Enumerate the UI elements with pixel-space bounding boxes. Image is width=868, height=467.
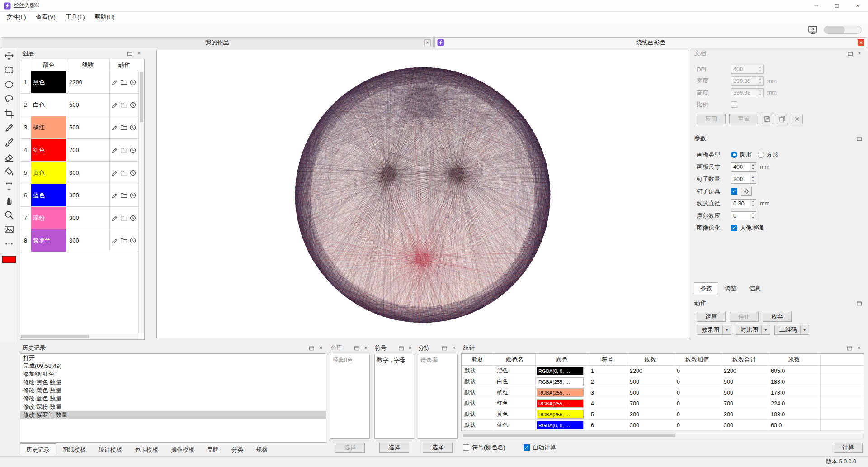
layer-row[interactable]: 5黄色300 [20,162,138,184]
bottom-tab-品牌[interactable]: 品牌 [201,443,225,456]
more-tool-icon[interactable] [4,239,14,249]
history-entry[interactable]: 修改 深粉 数量 [20,403,326,411]
dropdown-效果图[interactable]: 效果图▼ [697,325,731,335]
menu-item-1[interactable]: 查看(V) [31,12,61,23]
stats-row[interactable]: 默认黑色RGBA(0, 0, …1220002200605.0 [462,366,864,376]
close-panel-icon[interactable]: × [856,50,863,57]
spin-input[interactable]: 200▲▼ [731,175,756,184]
stats-row[interactable]: 默认黄色RGBA(255, …53000300108.0 [462,409,864,420]
bottom-tab-统计模板[interactable]: 统计模板 [92,443,128,456]
fill-tool-icon[interactable] [4,167,14,176]
stats-row[interactable]: 默认橘红RGBA(255, …35000500178.0 [462,387,864,398]
clock-icon[interactable] [129,214,137,222]
string-art-canvas[interactable] [292,64,554,326]
stats-row[interactable]: 默认红色RGBA(255, …47000700224.0 [462,398,864,409]
layer-color-cell[interactable]: 黄色 [31,162,66,184]
folder-icon[interactable] [120,169,127,176]
stats-row[interactable]: 默认白色RGBA(255, …25000500183.0 [462,376,864,387]
radio-square[interactable] [758,152,764,158]
close-panel-icon[interactable]: × [363,345,369,352]
spin-down-icon[interactable]: ▼ [750,216,756,220]
image-tool-icon[interactable] [4,224,14,234]
layer-row[interactable]: 2白色500 [20,94,138,116]
folder-icon[interactable] [120,147,127,154]
select-ellipse-tool-icon[interactable] [4,80,14,90]
clock-icon[interactable] [129,101,137,109]
layer-row[interactable]: 3橘红500 [20,116,138,139]
close-panel-icon[interactable]: × [317,345,324,352]
layer-line-count[interactable]: 300 [66,207,110,229]
edit-icon[interactable] [111,101,118,109]
float-panel-icon[interactable] [846,345,853,352]
float-panel-icon[interactable] [127,50,133,57]
move-tool-icon[interactable] [4,51,14,61]
text-tool-icon[interactable] [4,181,14,191]
layers-vertical-scrollbar[interactable] [138,71,144,333]
layer-line-count[interactable]: 500 [66,116,110,138]
clock-icon[interactable] [129,192,137,199]
layer-color-cell[interactable]: 红色 [31,139,66,161]
menu-item-2[interactable]: 工具(T) [61,12,90,23]
spin-input[interactable]: 0.30▲▼ [731,199,756,208]
edit-icon[interactable] [111,237,118,244]
layer-color-cell[interactable]: 深粉 [31,207,66,229]
close-panel-icon[interactable]: × [855,345,862,352]
layer-line-count[interactable]: 2200 [66,71,110,93]
history-entry[interactable]: 完成(09:58:49) [20,362,326,370]
symbol-select-button[interactable]: 选择 [379,443,409,453]
calculate-button[interactable]: 计算 [834,443,863,453]
folder-icon[interactable] [120,124,127,131]
folder-icon[interactable] [120,237,127,244]
crop-tool-icon[interactable] [4,109,14,119]
spin-down-icon[interactable]: ▼ [750,179,756,183]
bottom-tab-操作模板[interactable]: 操作模板 [165,443,201,456]
folder-icon[interactable] [120,214,127,222]
layer-row[interactable]: 4红色700 [20,139,138,162]
clock-icon[interactable] [129,79,137,86]
history-entry[interactable]: 修改 黄色 数量 [20,386,326,395]
float-panel-icon[interactable] [308,345,315,352]
float-panel-icon[interactable] [856,300,863,307]
lasso-tool-icon[interactable] [4,94,14,104]
chevron-down-icon[interactable]: ▼ [722,325,731,334]
scrollbar-thumb[interactable] [21,335,89,338]
nail-sim-checkbox[interactable]: ✓ [731,188,737,195]
chevron-down-icon[interactable]: ▼ [800,325,809,334]
layer-line-count[interactable]: 500 [66,94,110,116]
maximize-button[interactable]: □ [826,0,847,11]
float-panel-icon[interactable] [398,345,405,352]
doc-tab-my-works[interactable]: 我的作品 × [1,37,434,48]
edit-icon[interactable] [111,214,118,222]
close-button[interactable]: × [847,0,868,11]
select-rect-tool-icon[interactable] [4,65,14,75]
layer-color-cell[interactable]: 蓝色 [31,184,66,206]
layer-color-cell[interactable]: 橘红 [31,116,66,138]
clock-icon[interactable] [129,169,137,176]
layer-line-count[interactable]: 700 [66,139,110,161]
edit-icon[interactable] [111,124,118,131]
history-entry[interactable]: 添加线“红色” [20,370,326,378]
spin-arrows[interactable]: ▲▼ [750,175,756,183]
clock-icon[interactable] [129,237,137,244]
stats-row[interactable]: 默认蓝色RGBA(0, 0, …6300030063.0 [462,420,864,431]
layer-line-count[interactable]: 300 [66,184,110,206]
spin-input[interactable]: 400▲▼ [731,162,756,172]
folder-icon[interactable] [120,101,127,109]
spin-input[interactable]: 0▲▼ [731,211,756,220]
edit-icon[interactable] [111,192,118,199]
spin-up-icon[interactable]: ▲ [750,212,756,216]
layer-line-count[interactable]: 300 [66,229,110,252]
spin-up-icon[interactable]: ▲ [750,200,756,204]
bottom-tab-规格[interactable]: 规格 [250,443,274,456]
folder-icon[interactable] [120,79,127,86]
zoom-tool-icon[interactable] [4,210,14,220]
close-panel-icon[interactable]: × [136,50,142,57]
bottom-tab-分类[interactable]: 分类 [225,443,250,456]
float-panel-icon[interactable] [441,345,448,352]
float-panel-icon[interactable] [856,135,863,142]
brush-tool-icon[interactable] [4,138,14,148]
params-tab-调整[interactable]: 调整 [718,282,743,294]
menu-item-3[interactable]: 帮助(H) [90,12,120,23]
stats-horizontal-scrollbar[interactable] [462,433,864,438]
radio-circle[interactable] [731,152,737,158]
